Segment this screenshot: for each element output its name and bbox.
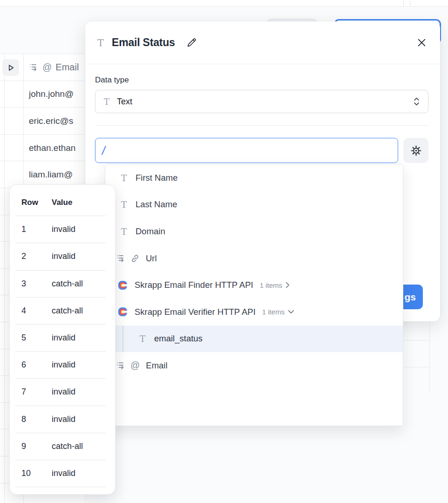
link-icon — [130, 254, 140, 263]
text-type-icon: T — [119, 173, 129, 183]
toolbar-divider — [403, 1, 404, 6]
skrapp-logo-icon — [118, 307, 128, 317]
preview-row: 3catch-all — [15, 271, 106, 298]
preview-row: 4catch-all — [15, 298, 106, 325]
email-column-header[interactable]: @ Email — [29, 54, 79, 81]
run-column-button[interactable] — [2, 59, 19, 76]
text-type-icon: T — [97, 37, 104, 48]
text-type-icon: T — [119, 199, 129, 210]
preview-row: 5invalid — [15, 325, 106, 352]
save-settings-visible-label: gs — [404, 292, 416, 303]
dropdown-item-skrapp-email-verifier[interactable]: Skrapp Email Verifier HTTP API 1 items — [105, 299, 403, 326]
data-type-label: Data type — [95, 75, 428, 85]
pencil-icon — [185, 37, 197, 49]
preview-row: 2invalid — [15, 243, 106, 270]
preview-row: 6invalid — [15, 352, 106, 379]
close-icon — [417, 38, 426, 47]
preview-header-row: Row Value — [15, 189, 106, 216]
at-icon: @ — [42, 62, 52, 73]
data-type-value: Text — [117, 97, 132, 107]
text-type-icon: T — [138, 333, 147, 344]
formula-settings-button[interactable] — [403, 138, 428, 163]
preview-row: 8invalid — [15, 406, 106, 433]
table-gridline-horizontal — [403, 340, 430, 340]
text-type-icon: T — [104, 97, 109, 107]
chevron-down-icon — [288, 310, 294, 314]
text-type-icon: T — [119, 226, 129, 237]
close-modal-button[interactable] — [415, 36, 428, 49]
list-icon — [116, 253, 126, 263]
formula-input-value: / — [101, 143, 107, 158]
column-header-label: Email — [55, 62, 79, 73]
edit-title-button[interactable] — [185, 37, 197, 49]
dropdown-item-skrapp-email-finder[interactable]: Skrapp Email Finder HTTP API 1 items — [105, 272, 403, 299]
table-gridline-horizontal — [403, 367, 430, 367]
items-count-badge: 1 items — [262, 308, 285, 316]
toolbar-divider — [410, 1, 410, 6]
modal-header: T Email Status — [85, 21, 440, 64]
value-preview-popover: Row Value 1invalid 2invalid 3catch-all 4… — [9, 184, 115, 495]
skrapp-logo-icon — [118, 280, 128, 290]
list-icon — [29, 62, 39, 72]
preview-row: 9catch-all — [15, 433, 106, 460]
dropdown-item-url[interactable]: Url — [105, 245, 403, 272]
dropdown-item-last-name[interactable]: T Last Name — [105, 191, 403, 218]
table-gridline-vertical — [429, 321, 430, 394]
list-icon — [116, 360, 126, 370]
top-toolbar — [0, 0, 448, 7]
at-icon: @ — [130, 360, 140, 371]
table-gridline-vertical — [4, 54, 5, 503]
dropdown-item-domain[interactable]: T Domain — [105, 218, 403, 245]
dropdown-item-email-status[interactable]: T email_status — [105, 326, 403, 353]
field-suggestions-dropdown: T First Name T Last Name T Domain Url — [105, 164, 403, 426]
dropdown-item-first-name[interactable]: T First Name — [105, 164, 403, 191]
preview-row: 1invalid — [15, 216, 106, 243]
section-divider — [95, 125, 428, 126]
play-icon — [7, 64, 15, 72]
dropdown-item-email[interactable]: @ Email — [105, 352, 403, 379]
formula-input[interactable]: / — [95, 138, 398, 163]
items-count-badge: 1 items — [260, 281, 282, 289]
gear-icon — [410, 145, 422, 156]
preview-row: 7invalid — [15, 379, 106, 406]
modal-title: Email Status — [112, 36, 175, 49]
preview-row: 10invalid — [15, 460, 106, 487]
chevron-right-icon — [285, 282, 290, 288]
table-header-row: @ Email — [0, 54, 84, 81]
select-chevrons-icon — [414, 96, 420, 107]
data-type-select[interactable]: T Text — [95, 90, 428, 113]
